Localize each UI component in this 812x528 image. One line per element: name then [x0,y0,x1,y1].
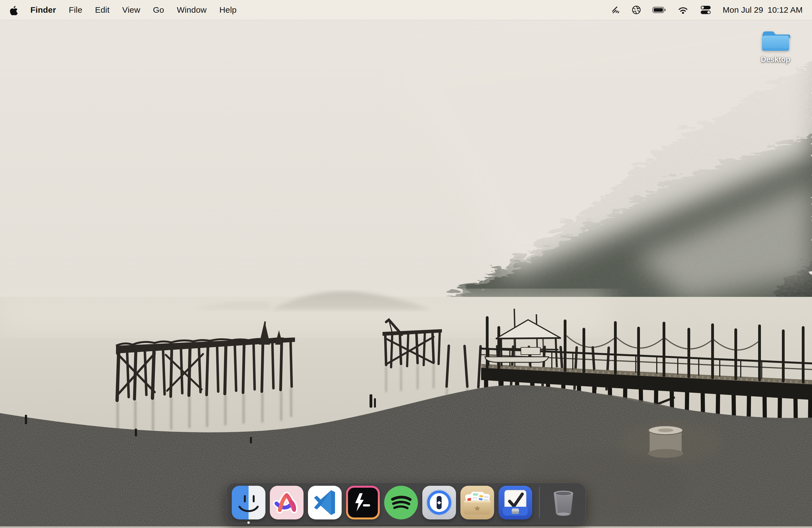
desktop-folder-label: Desktop [761,55,791,64]
dock-item-warp-terminal[interactable] [346,486,380,524]
wifi-icon[interactable] [677,5,689,15]
menu-item-edit[interactable]: Edit [95,0,110,20]
control-center-icon[interactable] [700,5,711,15]
aperture-icon[interactable] [632,5,641,15]
dock-item-tasks-app[interactable] [498,486,533,524]
menu-bar-clock[interactable]: Mon Jul 29 10:12 AM [723,5,802,15]
clock-time: 10:12 AM [768,5,802,15]
spotify-icon [384,486,418,519]
cards-wallet-icon [460,486,494,519]
wifi-glyph [677,5,689,15]
aperture-glyph [632,5,641,15]
running-indicator [247,522,250,524]
dock-item-arc-browser[interactable] [270,486,304,524]
folder-icon [760,28,791,53]
dock-item-spotify[interactable] [384,486,418,524]
wallpaper-image [0,0,812,528]
menu-item-go[interactable]: Go [153,0,164,20]
battery-icon[interactable] [652,5,666,15]
tasks-app-icon [498,486,532,519]
battery-glyph [652,5,666,15]
dock-item-1password[interactable] [422,486,456,524]
desktop-folder-icon[interactable]: Desktop [756,28,795,64]
terminal-screen [348,488,378,517]
dock-item-trash[interactable] [546,486,581,524]
vscode-icon [308,486,342,519]
desktop-screen: Finder File Edit View Go Window Help [0,0,812,528]
dock-separator [539,487,540,518]
hatched-glyph-icon[interactable] [611,5,620,15]
menu-item-help[interactable]: Help [219,0,237,20]
dock-item-finder[interactable] [231,486,266,524]
warp-terminal-icon [346,486,380,519]
control-center-glyph [700,5,711,15]
menu-bar-left: Finder File Edit View Go Window Help [10,0,237,20]
menu-bar: Finder File Edit View Go Window Help [0,0,812,20]
menu-item-view[interactable]: View [122,0,140,20]
menu-item-file[interactable]: File [69,0,82,20]
menu-item-window[interactable]: Window [177,0,207,20]
arc-browser-icon [270,486,304,519]
apple-menu[interactable] [10,5,18,15]
apple-logo-icon [10,5,18,15]
dock-item-vscode[interactable] [308,486,342,524]
clock-date: Mon Jul 29 [723,5,763,15]
finder-icon [232,486,265,519]
trash-icon [547,486,580,519]
dock-item-cards-wallet[interactable] [460,486,494,524]
dock [226,483,586,524]
hatched-glyph [611,5,620,15]
menu-item-finder[interactable]: Finder [30,0,56,20]
menu-bar-status: Mon Jul 29 10:12 AM [611,5,802,15]
onepassword-icon [422,486,456,519]
